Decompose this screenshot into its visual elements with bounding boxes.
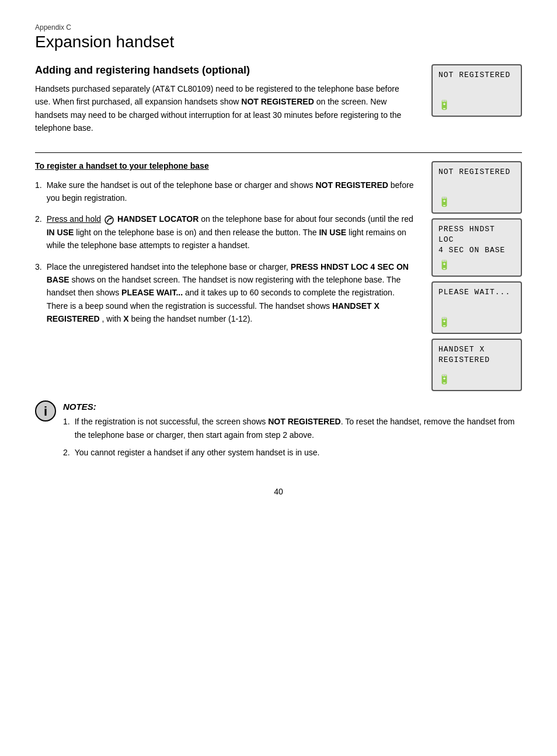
note-1: 1. If the registration is not successful… xyxy=(63,415,522,441)
page-title: Expansion handset xyxy=(35,33,522,51)
info-icon: i xyxy=(35,400,56,426)
note-1-text: If the registration is not successful, t… xyxy=(75,415,522,441)
step-2: 2. Press and hold HANDSET LOCATOR on the… xyxy=(35,212,417,252)
note-2: 2. You cannot register a handset if any … xyxy=(63,446,522,459)
note-2-num: 2. xyxy=(63,446,70,459)
steps-text-column: To register a handset to your telephone … xyxy=(35,161,417,334)
handset-locator-icon xyxy=(105,215,114,225)
step-3-text: Place the unregistered handset into the … xyxy=(47,260,417,326)
intro-screen-column: NOT REGISTERED 🔋 xyxy=(431,64,522,117)
step1-phone-screen: NOT REGISTERED 🔋 xyxy=(431,161,522,214)
steps-section: To register a handset to your telephone … xyxy=(35,161,522,392)
step-3-num: 3. xyxy=(35,260,42,326)
intro-phone-screen: NOT REGISTERED 🔋 xyxy=(431,64,522,117)
notes-content: NOTES: 1. If the registration is not suc… xyxy=(63,402,522,464)
step-1-text: Make sure the handset is out of the tele… xyxy=(47,179,417,205)
intro-screen-battery-icon: 🔋 xyxy=(438,99,515,111)
section-title: Adding and registering handsets (optiona… xyxy=(35,64,414,76)
page-footer: 40 xyxy=(35,487,522,496)
step-2-num: 2. xyxy=(35,212,42,252)
step4-screen-text: HANDSET XREGISTERED xyxy=(438,344,515,365)
step3-screen-battery-icon: 🔋 xyxy=(438,316,515,328)
notes-section: i NOTES: 1. If the registration is not s… xyxy=(35,402,522,464)
steps-screens-column: NOT REGISTERED 🔋 PRESS HNDST LOC4 SEC ON… xyxy=(431,161,522,392)
step-1-num: 1. xyxy=(35,179,42,205)
intro-screen-text: NOT REGISTERED xyxy=(438,70,515,91)
step2-phone-screen: PRESS HNDST LOC4 SEC ON BASE 🔋 xyxy=(431,218,522,277)
svg-text:i: i xyxy=(44,404,47,419)
notes-list: 1. If the registration is not successful… xyxy=(63,415,522,459)
notes-label: NOTES: xyxy=(63,402,522,412)
step4-screen-battery-icon: 🔋 xyxy=(438,374,515,385)
note-2-text: You cannot register a handset if any oth… xyxy=(75,446,320,459)
section-intro: Handsets purchased separately (AT&T CL80… xyxy=(35,82,414,135)
note-1-num: 1. xyxy=(63,415,70,441)
info-circle-icon: i xyxy=(35,400,56,421)
subsection-title: To register a handset to your telephone … xyxy=(35,161,417,170)
appendix-label: Appendix C xyxy=(35,23,522,32)
svg-point-1 xyxy=(110,217,112,219)
svg-point-0 xyxy=(105,216,113,224)
divider xyxy=(35,152,522,153)
step2-screen-battery-icon: 🔋 xyxy=(438,259,515,271)
step-2-text: Press and hold HANDSET LOCATOR on the te… xyxy=(47,212,417,252)
step-1: 1. Make sure the handset is out of the t… xyxy=(35,179,417,205)
step4-phone-screen: HANDSET XREGISTERED 🔋 xyxy=(431,339,522,391)
step1-screen-battery-icon: 🔋 xyxy=(438,196,515,208)
step1-screen-text: NOT REGISTERED xyxy=(438,167,515,188)
step3-phone-screen: PLEASE WAIT... 🔋 xyxy=(431,281,522,334)
step3-screen-text: PLEASE WAIT... xyxy=(438,287,515,308)
page-number: 40 xyxy=(274,487,283,496)
step2-screen-text: PRESS HNDST LOC4 SEC ON BASE xyxy=(438,224,515,256)
steps-list: 1. Make sure the handset is out of the t… xyxy=(35,179,417,326)
step-3: 3. Place the unregistered handset into t… xyxy=(35,260,417,326)
